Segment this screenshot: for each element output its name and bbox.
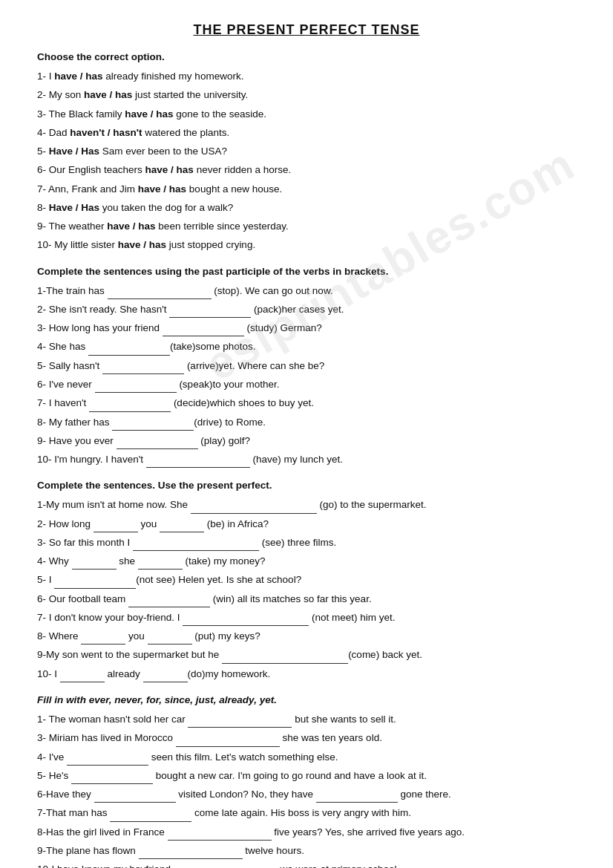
- blank: [112, 420, 194, 431]
- section1-exercise: 1- I have / has already finished my home…: [37, 68, 576, 254]
- blank: [133, 541, 259, 551]
- blank: [102, 364, 184, 374]
- blank: [67, 755, 148, 766]
- blank: [222, 653, 348, 664]
- blank: [110, 812, 191, 822]
- blank: [183, 616, 309, 626]
- section3-exercise: 1-My mum isn't at home now. She (go) to …: [37, 497, 576, 682]
- section4-instruction: Fill in with ever, never, for, since, ju…: [37, 694, 576, 705]
- blank: [54, 578, 136, 589]
- blank: [160, 522, 204, 532]
- blank: [81, 634, 125, 645]
- blank: [146, 457, 250, 468]
- section3-instruction: Complete the sentences. Use the present …: [37, 480, 576, 491]
- blank: [71, 774, 153, 784]
- blank: [176, 737, 280, 747]
- blank: [191, 503, 317, 514]
- blank: [72, 559, 117, 570]
- blank: [117, 439, 198, 449]
- blank: [168, 830, 272, 841]
- blank: [128, 597, 210, 607]
- section2-instruction: Complete the sentences using the past pa…: [37, 266, 576, 277]
- page-title: THE PRESENT PERFECT TENSE: [37, 22, 576, 38]
- blank: [316, 792, 398, 803]
- blank: [138, 559, 183, 570]
- section2-exercise: 1-The train has (stop). We can go out no…: [37, 283, 576, 469]
- blank: [108, 289, 212, 299]
- blank: [89, 402, 171, 412]
- blank: [169, 307, 251, 318]
- blank: [188, 717, 292, 728]
- blank: [60, 672, 105, 682]
- blank: [88, 345, 170, 356]
- blank: [139, 849, 243, 859]
- blank: [94, 522, 138, 532]
- section4-exercise: 1- The woman hasn't sold her car but she…: [37, 711, 576, 868]
- blank: [143, 672, 188, 682]
- section1-instruction: Choose the correct option.: [37, 51, 576, 62]
- blank: [95, 382, 177, 393]
- blank: [94, 792, 176, 803]
- blank: [163, 326, 244, 336]
- blank: [148, 634, 192, 645]
